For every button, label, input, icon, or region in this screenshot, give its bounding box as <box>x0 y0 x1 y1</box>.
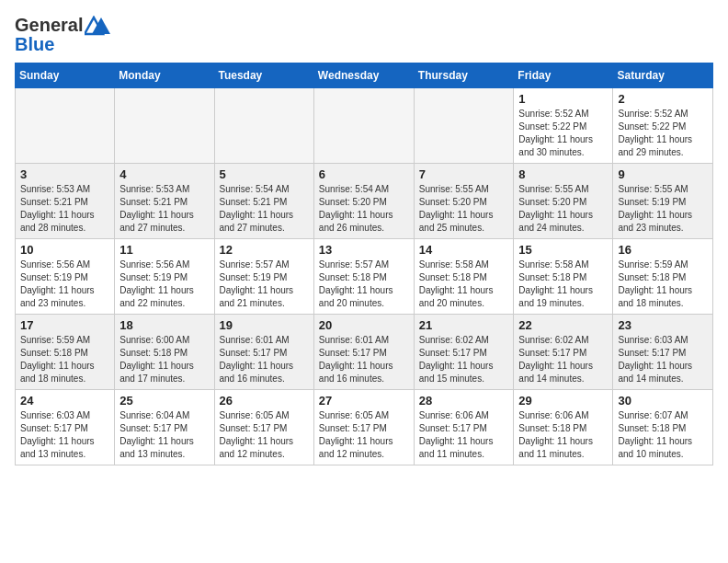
day-number: 23 <box>618 318 708 332</box>
calendar-cell: 24Sunrise: 6:03 AM Sunset: 5:17 PM Dayli… <box>16 390 115 465</box>
day-number: 7 <box>419 167 509 181</box>
calendar-cell: 1Sunrise: 5:52 AM Sunset: 5:22 PM Daylig… <box>514 88 613 164</box>
calendar-cell: 14Sunrise: 5:58 AM Sunset: 5:18 PM Dayli… <box>414 239 514 315</box>
calendar-cell: 27Sunrise: 6:05 AM Sunset: 5:17 PM Dayli… <box>313 390 414 465</box>
day-info: Sunrise: 5:59 AM Sunset: 5:18 PM Dayligh… <box>20 334 109 385</box>
day-number: 5 <box>220 167 309 181</box>
calendar-cell <box>313 88 414 164</box>
calendar-cell: 29Sunrise: 6:06 AM Sunset: 5:18 PM Dayli… <box>514 390 613 465</box>
day-info: Sunrise: 5:58 AM Sunset: 5:18 PM Dayligh… <box>419 259 509 310</box>
day-number: 27 <box>319 394 409 408</box>
day-number: 14 <box>419 243 509 257</box>
day-number: 25 <box>119 394 209 408</box>
calendar-cell: 19Sunrise: 6:01 AM Sunset: 5:17 PM Dayli… <box>214 315 313 390</box>
calendar-cell: 2Sunrise: 5:52 AM Sunset: 5:22 PM Daylig… <box>613 88 713 164</box>
logo-general-part: General <box>15 15 83 36</box>
day-number: 30 <box>618 394 708 408</box>
day-info: Sunrise: 5:54 AM Sunset: 5:20 PM Dayligh… <box>319 183 409 235</box>
calendar-cell: 16Sunrise: 5:59 AM Sunset: 5:18 PM Dayli… <box>613 239 713 315</box>
day-number: 20 <box>319 318 409 332</box>
calendar-cell: 26Sunrise: 6:05 AM Sunset: 5:17 PM Dayli… <box>214 390 313 465</box>
day-info: Sunrise: 5:55 AM Sunset: 5:20 PM Dayligh… <box>518 183 608 235</box>
calendar-week-row: 1Sunrise: 5:52 AM Sunset: 5:22 PM Daylig… <box>16 88 713 164</box>
calendar-header-row: SundayMondayTuesdayWednesdayThursdayFrid… <box>16 63 713 88</box>
day-info: Sunrise: 6:04 AM Sunset: 5:17 PM Dayligh… <box>119 409 209 461</box>
day-info: Sunrise: 5:54 AM Sunset: 5:21 PM Dayligh… <box>220 183 309 235</box>
day-info: Sunrise: 5:52 AM Sunset: 5:22 PM Dayligh… <box>618 108 708 159</box>
calendar-cell: 17Sunrise: 5:59 AM Sunset: 5:18 PM Dayli… <box>16 315 115 390</box>
weekday-header-saturday: Saturday <box>613 63 713 88</box>
day-info: Sunrise: 6:05 AM Sunset: 5:17 PM Dayligh… <box>220 409 309 461</box>
calendar-cell: 30Sunrise: 6:07 AM Sunset: 5:18 PM Dayli… <box>613 390 713 465</box>
day-info: Sunrise: 5:56 AM Sunset: 5:19 PM Dayligh… <box>119 259 209 310</box>
day-number: 24 <box>20 394 109 408</box>
calendar-week-row: 3Sunrise: 5:53 AM Sunset: 5:21 PM Daylig… <box>16 164 713 239</box>
day-number: 3 <box>20 167 109 181</box>
day-info: Sunrise: 6:06 AM Sunset: 5:17 PM Dayligh… <box>419 409 509 461</box>
calendar-cell: 11Sunrise: 5:56 AM Sunset: 5:19 PM Dayli… <box>115 239 214 315</box>
page-header: General Blue <box>15 15 713 55</box>
calendar-cell <box>16 88 115 164</box>
calendar-cell: 18Sunrise: 6:00 AM Sunset: 5:18 PM Dayli… <box>115 315 214 390</box>
logo-area: General Blue <box>15 15 110 55</box>
calendar-week-row: 24Sunrise: 6:03 AM Sunset: 5:17 PM Dayli… <box>16 390 713 465</box>
calendar-cell: 20Sunrise: 6:01 AM Sunset: 5:17 PM Dayli… <box>313 315 414 390</box>
day-number: 26 <box>220 394 309 408</box>
calendar-cell: 22Sunrise: 6:02 AM Sunset: 5:17 PM Dayli… <box>514 315 613 390</box>
day-number: 1 <box>518 92 608 106</box>
day-number: 22 <box>518 318 608 332</box>
day-info: Sunrise: 6:07 AM Sunset: 5:18 PM Dayligh… <box>618 409 708 461</box>
weekday-header-monday: Monday <box>115 63 214 88</box>
day-number: 29 <box>518 394 608 408</box>
logo-blue-part: Blue <box>15 34 54 55</box>
day-number: 16 <box>618 243 708 257</box>
calendar-cell: 9Sunrise: 5:55 AM Sunset: 5:19 PM Daylig… <box>613 164 713 239</box>
day-number: 28 <box>419 394 509 408</box>
day-number: 15 <box>518 243 608 257</box>
calendar-cell: 21Sunrise: 6:02 AM Sunset: 5:17 PM Dayli… <box>414 315 514 390</box>
weekday-header-wednesday: Wednesday <box>313 63 414 88</box>
calendar-cell: 12Sunrise: 5:57 AM Sunset: 5:19 PM Dayli… <box>214 239 313 315</box>
day-info: Sunrise: 6:02 AM Sunset: 5:17 PM Dayligh… <box>518 334 608 385</box>
day-number: 9 <box>618 167 708 181</box>
day-info: Sunrise: 6:02 AM Sunset: 5:17 PM Dayligh… <box>419 334 509 385</box>
calendar-cell <box>414 88 514 164</box>
day-number: 10 <box>20 243 109 257</box>
calendar-cell: 5Sunrise: 5:54 AM Sunset: 5:21 PM Daylig… <box>214 164 313 239</box>
weekday-header-tuesday: Tuesday <box>214 63 313 88</box>
day-info: Sunrise: 5:58 AM Sunset: 5:18 PM Dayligh… <box>518 259 608 310</box>
calendar-cell <box>115 88 214 164</box>
day-number: 13 <box>319 243 409 257</box>
day-info: Sunrise: 5:53 AM Sunset: 5:21 PM Dayligh… <box>119 183 209 235</box>
calendar-cell: 28Sunrise: 6:06 AM Sunset: 5:17 PM Dayli… <box>414 390 514 465</box>
calendar-week-row: 17Sunrise: 5:59 AM Sunset: 5:18 PM Dayli… <box>16 315 713 390</box>
day-info: Sunrise: 5:55 AM Sunset: 5:20 PM Dayligh… <box>419 183 509 235</box>
calendar-cell: 7Sunrise: 5:55 AM Sunset: 5:20 PM Daylig… <box>414 164 514 239</box>
weekday-header-friday: Friday <box>514 63 613 88</box>
day-info: Sunrise: 5:53 AM Sunset: 5:21 PM Dayligh… <box>20 183 109 235</box>
calendar-cell: 8Sunrise: 5:55 AM Sunset: 5:20 PM Daylig… <box>514 164 613 239</box>
day-info: Sunrise: 6:01 AM Sunset: 5:17 PM Dayligh… <box>319 334 409 385</box>
day-info: Sunrise: 6:03 AM Sunset: 5:17 PM Dayligh… <box>618 334 708 385</box>
logo-icon <box>85 16 110 36</box>
day-info: Sunrise: 5:57 AM Sunset: 5:19 PM Dayligh… <box>220 259 309 310</box>
day-number: 21 <box>419 318 509 332</box>
calendar-table: SundayMondayTuesdayWednesdayThursdayFrid… <box>15 63 713 465</box>
weekday-header-sunday: Sunday <box>16 63 115 88</box>
day-number: 19 <box>220 318 309 332</box>
day-info: Sunrise: 6:03 AM Sunset: 5:17 PM Dayligh… <box>20 409 109 461</box>
day-info: Sunrise: 6:06 AM Sunset: 5:18 PM Dayligh… <box>518 409 608 461</box>
day-info: Sunrise: 5:55 AM Sunset: 5:19 PM Dayligh… <box>618 183 708 235</box>
calendar-cell: 23Sunrise: 6:03 AM Sunset: 5:17 PM Dayli… <box>613 315 713 390</box>
day-number: 12 <box>220 243 309 257</box>
weekday-header-thursday: Thursday <box>414 63 514 88</box>
calendar-cell: 3Sunrise: 5:53 AM Sunset: 5:21 PM Daylig… <box>16 164 115 239</box>
calendar-cell: 4Sunrise: 5:53 AM Sunset: 5:21 PM Daylig… <box>115 164 214 239</box>
day-number: 11 <box>119 243 209 257</box>
day-info: Sunrise: 5:56 AM Sunset: 5:19 PM Dayligh… <box>20 259 109 310</box>
day-number: 17 <box>20 318 109 332</box>
day-number: 4 <box>119 167 209 181</box>
calendar-week-row: 10Sunrise: 5:56 AM Sunset: 5:19 PM Dayli… <box>16 239 713 315</box>
day-info: Sunrise: 6:00 AM Sunset: 5:18 PM Dayligh… <box>119 334 209 385</box>
day-number: 6 <box>319 167 409 181</box>
